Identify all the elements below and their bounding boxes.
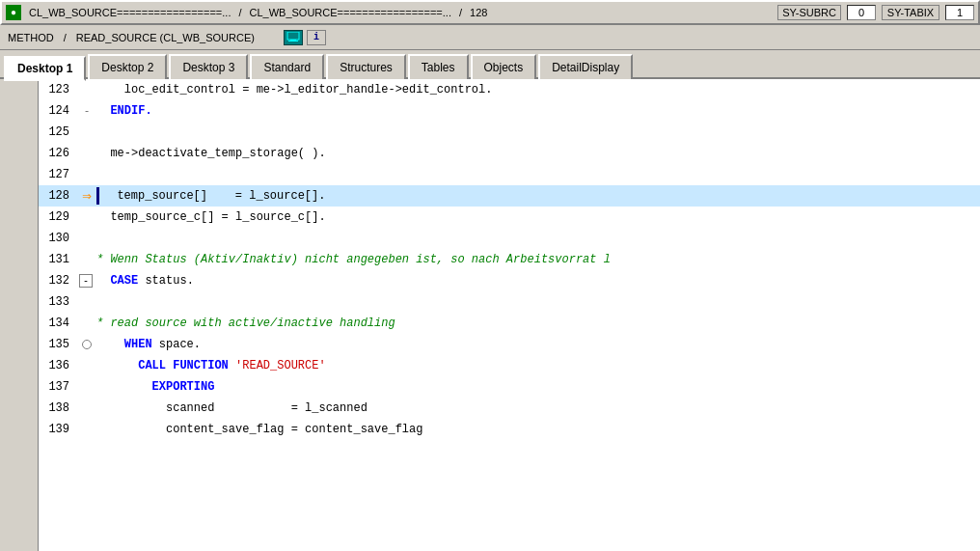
line-num-133: 133	[42, 295, 77, 309]
code-text-128: temp_source[] = l_source[].	[103, 189, 980, 203]
code-content: 123 loc_edit_control = me->l_editor_hand…	[39, 79, 980, 551]
line-num-123: 123	[42, 83, 77, 96]
table-row: 134 * read source with active/inactive h…	[39, 313, 980, 334]
app-icon: ●	[6, 5, 21, 20]
sy-subrc-value: 0	[847, 5, 876, 20]
line-num-128: 128	[42, 189, 77, 203]
marker-128: ⇒	[77, 186, 96, 206]
line-num-125: 125	[42, 125, 77, 139]
code-text-134: * read source with active/inactive handl…	[96, 317, 980, 330]
table-row: 130	[39, 228, 980, 249]
line-num-138: 138	[42, 401, 77, 415]
svg-rect-0	[287, 32, 299, 40]
sy-subrc-label: SY-SUBRC	[777, 5, 841, 20]
code-text-135: WHEN space.	[96, 338, 980, 351]
line-num-139: 139	[42, 423, 77, 436]
status-group: SY-SUBRC 0 SY-TABIX 1	[777, 5, 974, 20]
tab-desktop2[interactable]: Desktop 2	[88, 54, 167, 79]
table-row: 129 temp_source_c[] = l_source_c[].	[39, 207, 980, 228]
tab-tables[interactable]: Tables	[408, 54, 469, 79]
collapse-button[interactable]: -	[79, 274, 93, 288]
svg-rect-2	[288, 41, 298, 41]
line-num-126: 126	[42, 147, 77, 160]
table-row: 131 * Wenn Status (Aktiv/Inaktiv) nicht …	[39, 249, 980, 270]
table-row: 125	[39, 122, 980, 143]
tab-objects[interactable]: Objects	[471, 54, 537, 79]
line-num-132: 132	[42, 274, 77, 288]
method-name: READ_SOURCE (CL_WB_SOURCE)	[72, 31, 259, 44]
line-num-124: 124	[42, 104, 77, 118]
code-area: 123 loc_edit_control = me->l_editor_hand…	[0, 79, 980, 551]
breadcrumb-part2: CL_WB_SOURCE=================...	[250, 7, 451, 18]
title-bar: ● CL_WB_SOURCE=================... / CL_…	[0, 0, 980, 25]
table-row: 124 - ENDIF.	[39, 100, 980, 122]
code-text-132: CASE status.	[96, 274, 980, 288]
tab-structures[interactable]: Structures	[326, 54, 406, 79]
code-text-124: ENDIF.	[96, 104, 980, 118]
line-gutter	[0, 79, 39, 551]
table-row: 123 loc_edit_control = me->l_editor_hand…	[39, 79, 980, 100]
line-num-135: 135	[42, 338, 77, 351]
svg-rect-1	[290, 40, 296, 41]
sep2: /	[459, 7, 462, 18]
line-num-137: 137	[42, 380, 77, 394]
table-row: 128 ⇒ temp_source[] = l_source[].	[39, 185, 980, 207]
sy-tabix-value: 1	[945, 5, 974, 20]
table-row: 136 CALL FUNCTION 'READ_SOURCE'	[39, 355, 980, 376]
table-row: 138 scanned = l_scanned	[39, 398, 980, 419]
table-row: 127	[39, 164, 980, 185]
sy-tabix-label: SY-TABIX	[882, 5, 939, 20]
vbar-128	[96, 187, 99, 205]
code-text-138: scanned = l_scanned	[96, 401, 980, 415]
line-num-127: 127	[42, 168, 77, 181]
marker-124: -	[77, 105, 96, 117]
code-text-123: loc_edit_control = me->l_editor_handle->…	[96, 83, 980, 96]
line-number: 128	[470, 7, 487, 18]
code-text-136: CALL FUNCTION 'READ_SOURCE'	[96, 359, 980, 372]
type-label: METHOD	[4, 31, 58, 44]
table-row: 139 content_save_flag = content_save_fla…	[39, 419, 980, 440]
table-row: 135 WHEN space.	[39, 334, 980, 355]
tab-desktop3[interactable]: Desktop 3	[169, 54, 248, 79]
computer-icon[interactable]	[284, 30, 303, 45]
tabs-row: Desktop 1 Desktop 2 Desktop 3 Standard S…	[0, 50, 980, 79]
table-row: 133	[39, 291, 980, 313]
line-num-129: 129	[42, 210, 77, 224]
toolbar-sep: /	[64, 32, 67, 43]
circle-marker	[82, 340, 92, 349]
line-num-136: 136	[42, 359, 77, 372]
tab-desktop1[interactable]: Desktop 1	[4, 56, 86, 81]
line-num-131: 131	[42, 253, 77, 266]
table-row: 132 - CASE status.	[39, 270, 980, 291]
marker-135	[77, 340, 96, 349]
info-icon[interactable]: i	[307, 30, 326, 45]
table-row: 137 EXPORTING	[39, 376, 980, 398]
line-num-130: 130	[42, 232, 77, 245]
code-text-139: content_save_flag = content_save_flag	[96, 423, 980, 436]
marker-132[interactable]: -	[77, 274, 96, 288]
code-text-137: EXPORTING	[96, 380, 980, 394]
line-num-134: 134	[42, 317, 77, 330]
tab-detaildisplay[interactable]: DetailDisplay	[538, 54, 633, 79]
toolbar-row2: METHOD / READ_SOURCE (CL_WB_SOURCE) i	[0, 25, 980, 50]
code-text-129: temp_source_c[] = l_source_c[].	[96, 210, 980, 224]
code-text-131: * Wenn Status (Aktiv/Inaktiv) nicht ange…	[96, 253, 980, 266]
code-text-126: me->deactivate_temp_storage( ).	[96, 147, 980, 160]
breadcrumb-part1: CL_WB_SOURCE=================...	[29, 7, 231, 18]
tab-standard[interactable]: Standard	[250, 54, 324, 79]
sep1: /	[238, 7, 241, 18]
table-row: 126 me->deactivate_temp_storage( ).	[39, 143, 980, 164]
toolbar-icons: i	[284, 30, 326, 45]
